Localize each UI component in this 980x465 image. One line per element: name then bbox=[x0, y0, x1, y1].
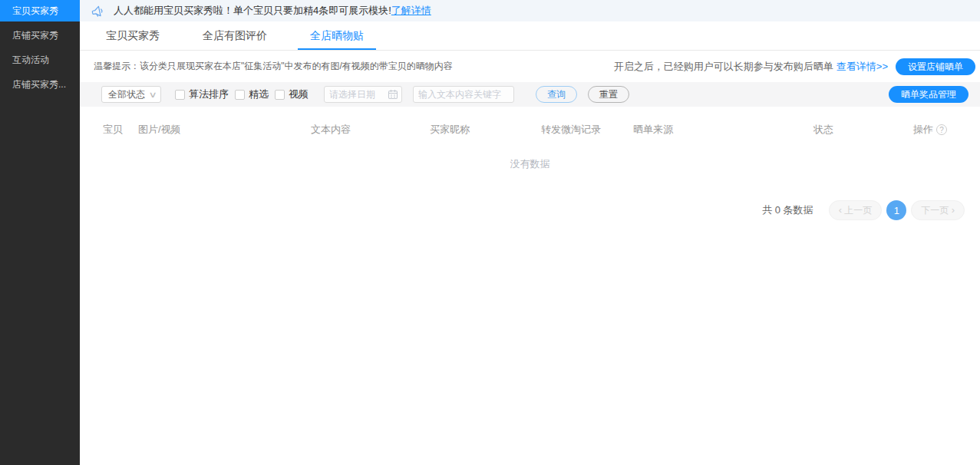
prev-page-button[interactable]: ‹ 上一页 bbox=[829, 200, 883, 220]
sidebar-item-shop-buyer-show[interactable]: 店铺买家秀 bbox=[0, 25, 80, 46]
setup-shop-show-button[interactable]: 设置店铺晒单 bbox=[896, 58, 975, 75]
app-window: 宝贝买家秀 店铺买家秀 互动活动 店铺买家秀... 人人都能用宝贝买家秀啦！单个… bbox=[0, 0, 980, 465]
status-select-value: 全部状态 bbox=[108, 88, 145, 101]
sidebar-item-item-buyer-show[interactable]: 宝贝买家秀 bbox=[0, 0, 80, 21]
status-select[interactable]: 全部状态 ∨ bbox=[101, 86, 161, 103]
checkbox-video[interactable]: 视频 bbox=[275, 87, 309, 101]
tab-shop-photo-reviews[interactable]: 全店有图评价 bbox=[190, 21, 279, 50]
date-picker bbox=[324, 86, 402, 103]
chevron-down-icon: ∨ bbox=[148, 90, 157, 100]
prize-manage-button[interactable]: 晒单奖品管理 bbox=[889, 86, 968, 103]
reset-button[interactable]: 重置 bbox=[588, 86, 629, 103]
tip-row: 温馨提示：该分类只展现买家在本店"征集活动"中发布的有图/有视频的带宝贝的晒物内… bbox=[80, 51, 980, 82]
chevron-left-icon: ‹ bbox=[839, 204, 842, 216]
video-checkbox[interactable] bbox=[275, 90, 285, 100]
video-label: 视频 bbox=[289, 87, 309, 101]
view-detail-link[interactable]: 查看详情>> bbox=[836, 60, 888, 74]
column-header-media: 图片/视频 bbox=[138, 123, 311, 137]
checkbox-featured[interactable]: 精选 bbox=[235, 87, 269, 101]
notice-detail-link[interactable]: 了解详情 bbox=[391, 4, 431, 18]
main-content: 人人都能用宝贝买家秀啦！单个宝贝只要加精4条即可展示模块!了解详情 宝贝买家秀 … bbox=[80, 0, 980, 465]
pagination: 共 0 条数据 ‹ 上一页 1 下一页 › bbox=[80, 200, 980, 220]
notice-bar: 人人都能用宝贝买家秀啦！单个宝贝只要加精4条即可展示模块!了解详情 bbox=[80, 0, 980, 21]
featured-checkbox[interactable] bbox=[235, 90, 245, 100]
column-header-status: 状态 bbox=[813, 123, 913, 137]
column-header-operation: 操作 ? bbox=[913, 123, 980, 137]
pagination-total: 共 0 条数据 bbox=[762, 203, 813, 217]
calendar-icon[interactable] bbox=[388, 89, 398, 103]
page-number-1[interactable]: 1 bbox=[886, 200, 906, 220]
filter-bar: 全部状态 ∨ 算法排序 精选 视频 bbox=[80, 82, 980, 107]
next-page-button[interactable]: 下一页 › bbox=[911, 200, 965, 220]
question-circle-icon[interactable]: ? bbox=[936, 124, 947, 135]
tab-item-buyer-show[interactable]: 宝贝买家秀 bbox=[94, 21, 172, 50]
featured-label: 精选 bbox=[249, 87, 269, 101]
column-header-text-content: 文本内容 bbox=[311, 123, 430, 137]
sidebar: 宝贝买家秀 店铺买家秀 互动活动 店铺买家秀... bbox=[0, 0, 80, 465]
checkbox-algorithm-sort[interactable]: 算法排序 bbox=[175, 87, 229, 101]
table-header: 宝贝 图片/视频 文本内容 买家昵称 转发微淘记录 晒单来源 状态 操作 ? bbox=[80, 117, 980, 142]
tip-text: 温馨提示：该分类只展现买家在本店"征集活动"中发布的有图/有视频的带宝贝的晒物内… bbox=[94, 60, 453, 73]
sidebar-item-shop-buyer-show-more[interactable]: 店铺买家秀... bbox=[0, 74, 80, 95]
column-header-show-source: 晒单来源 bbox=[633, 123, 813, 137]
empty-state-text: 没有数据 bbox=[80, 157, 980, 171]
notice-text: 人人都能用宝贝买家秀啦！单个宝贝只要加精4条即可展示模块! bbox=[114, 4, 391, 18]
sidebar-item-interactive-activity[interactable]: 互动活动 bbox=[0, 49, 80, 71]
column-header-weitao-record: 转发微淘记录 bbox=[541, 123, 633, 137]
query-button[interactable]: 查询 bbox=[536, 86, 577, 103]
chevron-right-icon: › bbox=[952, 204, 955, 216]
next-page-label: 下一页 bbox=[921, 205, 949, 216]
tab-bar: 宝贝买家秀 全店有图评价 全店晒物贴 bbox=[80, 21, 980, 51]
tab-shop-show-posts[interactable]: 全店晒物贴 bbox=[298, 21, 376, 50]
column-header-item: 宝贝 bbox=[103, 123, 138, 137]
tip-right-group: 开启之后，已经购用户可以长期参与发布购后晒单 查看详情>> 设置店铺晒单 bbox=[614, 58, 975, 75]
column-header-buyer-nickname: 买家昵称 bbox=[430, 123, 541, 137]
prev-page-label: 上一页 bbox=[844, 205, 872, 216]
megaphone-icon bbox=[91, 5, 106, 18]
tip-right-text: 开启之后，已经购用户可以长期参与发布购后晒单 bbox=[614, 60, 833, 74]
operation-label: 操作 bbox=[913, 123, 933, 137]
algorithm-sort-label: 算法排序 bbox=[189, 87, 229, 101]
keyword-input[interactable] bbox=[413, 86, 514, 103]
algorithm-sort-checkbox[interactable] bbox=[175, 90, 185, 100]
